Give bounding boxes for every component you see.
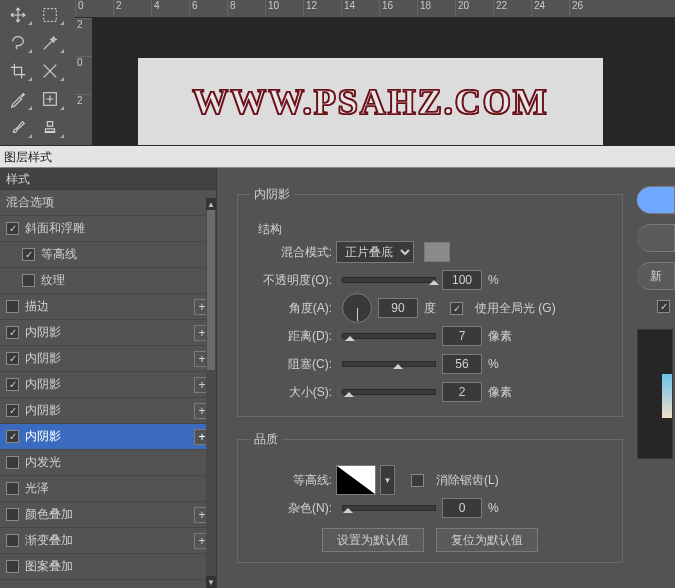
pattern-overlay-row[interactable]: 图案叠加 — [0, 554, 216, 580]
size-unit: 像素 — [488, 384, 512, 401]
contour-sub-row[interactable]: 等高线 — [0, 242, 216, 268]
layer-style-dialog: 图层样式 样式 混合选项 斜面和浮雕 等高线 纹理 描边+ 内阴影+ 内阴影+ … — [0, 145, 675, 588]
rect-select-tool[interactable] — [34, 2, 66, 27]
noise-input[interactable] — [442, 498, 482, 518]
opacity-unit: % — [488, 273, 499, 287]
angle-label: 角度(A): — [250, 300, 336, 317]
reset-default-button[interactable]: 复位为默认值 — [436, 528, 538, 552]
color-overlay-row[interactable]: 颜色叠加+ — [0, 502, 216, 528]
inner-shadow-checkbox-4[interactable] — [6, 404, 19, 417]
inner-glow-row[interactable]: 内发光 — [0, 450, 216, 476]
angle-dial[interactable] — [342, 293, 372, 323]
styles-header: 样式 — [0, 168, 216, 190]
scroll-down-icon[interactable]: ▼ — [206, 576, 216, 588]
size-label: 大小(S): — [250, 384, 336, 401]
preview-thumbnail — [637, 329, 673, 459]
inner-shadow-row-5[interactable]: 内阴影+ — [0, 424, 216, 450]
blend-options-row[interactable]: 混合选项 — [0, 190, 216, 216]
svg-rect-0 — [44, 8, 57, 21]
cancel-button[interactable] — [637, 224, 675, 252]
angle-unit: 度 — [424, 300, 436, 317]
styles-scrollbar[interactable]: ▲ ▼ — [206, 198, 216, 588]
eyedropper-tool[interactable] — [2, 87, 34, 112]
noise-unit: % — [488, 501, 499, 515]
stamp-tool[interactable] — [34, 115, 66, 140]
blend-mode-select[interactable]: 正片叠底 — [336, 241, 414, 263]
gradient-overlay-checkbox[interactable] — [6, 534, 19, 547]
satin-row[interactable]: 光泽 — [0, 476, 216, 502]
inner-shadow-checkbox-2[interactable] — [6, 352, 19, 365]
shadow-color-swatch[interactable] — [424, 242, 450, 262]
brush-tool[interactable] — [2, 115, 34, 140]
inner-shadow-row-4[interactable]: 内阴影+ — [0, 398, 216, 424]
set-default-button[interactable]: 设置为默认值 — [322, 528, 424, 552]
opacity-label: 不透明度(O): — [250, 272, 336, 289]
stroke-row[interactable]: 描边+ — [0, 294, 216, 320]
inner-shadow-row-1[interactable]: 内阴影+ — [0, 320, 216, 346]
bevel-checkbox[interactable] — [6, 222, 19, 235]
color-overlay-checkbox[interactable] — [6, 508, 19, 521]
opacity-input[interactable] — [442, 270, 482, 290]
stroke-checkbox[interactable] — [6, 300, 19, 313]
toolbox — [0, 0, 75, 145]
heal-tool[interactable] — [34, 87, 66, 112]
inner-shadow-checkbox-3[interactable] — [6, 378, 19, 391]
contour-dropdown-icon[interactable]: ▼ — [380, 465, 395, 495]
structure-label: 结构 — [258, 221, 610, 238]
inner-shadow-fieldset: 内阴影 结构 混合模式: 正片叠底 不透明度(O): % 角度(A): — [237, 186, 623, 417]
texture-sub-checkbox[interactable] — [22, 274, 35, 287]
noise-slider[interactable] — [342, 505, 436, 511]
canvas-background: WWW.PSAHZ.COM — [93, 18, 675, 145]
inner-glow-checkbox[interactable] — [6, 456, 19, 469]
canvas-text: WWW.PSAHZ.COM — [192, 81, 549, 123]
noise-label: 杂色(N): — [250, 500, 336, 517]
choke-label: 阻塞(C): — [250, 356, 336, 373]
lasso-tool[interactable] — [2, 30, 34, 55]
gradient-overlay-row[interactable]: 渐变叠加+ — [0, 528, 216, 554]
move-tool[interactable] — [2, 2, 34, 27]
inner-shadow-checkbox-5[interactable] — [6, 430, 19, 443]
inner-shadow-checkbox-1[interactable] — [6, 326, 19, 339]
blend-mode-label: 混合模式: — [250, 244, 336, 261]
wand-tool[interactable] — [34, 30, 66, 55]
effect-settings-panel: 内阴影 结构 混合模式: 正片叠底 不透明度(O): % 角度(A): — [217, 168, 635, 588]
opacity-slider[interactable] — [342, 277, 436, 283]
antialias-checkbox[interactable] — [411, 474, 424, 487]
contour-sub-checkbox[interactable] — [22, 248, 35, 261]
global-light-label: 使用全局光 (G) — [475, 300, 556, 317]
angle-input[interactable] — [378, 298, 418, 318]
pattern-overlay-checkbox[interactable] — [6, 560, 19, 573]
antialias-label: 消除锯齿(L) — [436, 472, 499, 489]
distance-input[interactable] — [442, 326, 482, 346]
choke-slider[interactable] — [342, 361, 436, 367]
inner-shadow-row-3[interactable]: 内阴影+ — [0, 372, 216, 398]
styles-list-panel: 样式 混合选项 斜面和浮雕 等高线 纹理 描边+ 内阴影+ 内阴影+ 内阴影+ … — [0, 168, 217, 588]
preview-checkbox[interactable] — [657, 300, 670, 313]
choke-input[interactable] — [442, 354, 482, 374]
quality-legend: 品质 — [250, 431, 282, 448]
canvas-document[interactable]: WWW.PSAHZ.COM — [138, 58, 603, 146]
size-input[interactable] — [442, 382, 482, 402]
slice-tool[interactable] — [34, 58, 66, 83]
distance-slider[interactable] — [342, 333, 436, 339]
contour-label: 等高线: — [250, 472, 336, 489]
ruler-horizontal: 02468101214161820222426 — [75, 0, 675, 18]
crop-tool[interactable] — [2, 58, 34, 83]
dialog-title: 图层样式 — [0, 146, 675, 168]
satin-checkbox[interactable] — [6, 482, 19, 495]
ok-button[interactable] — [637, 186, 675, 214]
scrollbar-thumb[interactable] — [207, 210, 215, 370]
quality-fieldset: 品质 等高线: ▼ 消除锯齿(L) 杂色(N): % 设置为默认值 复位为默认值 — [237, 431, 623, 563]
size-slider[interactable] — [342, 389, 436, 395]
global-light-checkbox[interactable] — [450, 302, 463, 315]
new-style-button[interactable]: 新 — [637, 262, 675, 290]
dialog-right-buttons: 新 — [635, 168, 675, 588]
choke-unit: % — [488, 357, 499, 371]
distance-unit: 像素 — [488, 328, 512, 345]
texture-sub-row[interactable]: 纹理 — [0, 268, 216, 294]
scroll-up-icon[interactable]: ▲ — [206, 198, 216, 210]
distance-label: 距离(D): — [250, 328, 336, 345]
contour-swatch[interactable] — [336, 465, 376, 495]
bevel-row[interactable]: 斜面和浮雕 — [0, 216, 216, 242]
inner-shadow-row-2[interactable]: 内阴影+ — [0, 346, 216, 372]
